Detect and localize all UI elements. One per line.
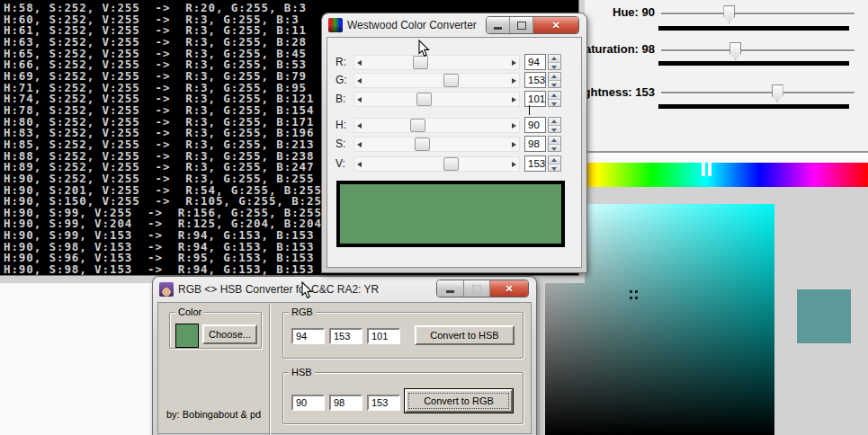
convert-to-rgb-button[interactable]: Convert to RGB [405,389,513,413]
spin-down-icon[interactable] [549,81,560,88]
red-value-field[interactable]: 94 [291,328,325,344]
close-button[interactable]: ✕ [490,280,528,297]
color-groupbox: Color Choose... [169,312,262,349]
spin-up-icon[interactable] [549,92,560,100]
spin-up-icon[interactable] [549,55,560,63]
scroll-right-icon[interactable] [512,162,516,167]
hue-slider-thumb[interactable] [410,119,425,132]
screenshot-stage: Hue: 90 Saturation: 98 Lightness: 153 H:… [0,0,868,435]
blue-slider-thumb[interactable] [416,93,432,106]
lightness-slider-thumb[interactable] [772,84,783,102]
maximize-button[interactable] [510,17,533,33]
rgb-hsb-window-title: RGB <> HSB Converter for C&C RA2: YR [178,283,379,296]
hue-value-field[interactable]: 90 [291,395,325,411]
rgb-hsb-converter-window: RGB <> HSB Converter for C&C RA2: YR ✕ C… [153,277,536,435]
green-value-box[interactable]: 153 [524,72,546,88]
hue-slider-thumb[interactable] [723,5,735,23]
green-value-field[interactable]: 153 [329,328,362,344]
minimize-button[interactable] [437,280,464,297]
mouse-cursor [418,40,431,58]
blue-value-field[interactable]: 101 [367,328,400,344]
hue-position-marker [708,163,711,176]
spin-down-icon[interactable] [549,63,560,70]
panel-divider [538,151,868,163]
saturation-slider-thumb[interactable] [729,42,741,60]
red-spinner [548,54,561,70]
rgb-groupbox: RGB 94 153 101 Convert to HSB [282,312,523,359]
hsb-groupbox: HSB 90 98 153 Convert to RGB [282,372,523,424]
hsl-picker-panel: Hue: 90 Saturation: 98 Lightness: 153 [538,0,868,151]
picked-color-swatch [797,289,851,343]
hue-gradient-bar[interactable] [544,163,868,187]
blue-slider-row: B: 101 [327,91,581,109]
hue-value-box[interactable]: 90 [524,117,546,133]
saturation-slider[interactable] [353,137,520,152]
westwood-client-area: R: 94 G: 153 [327,37,582,268]
choose-color-button[interactable]: Choose... [202,324,257,344]
rgb-gradient-icon [328,18,343,32]
minimize-button[interactable] [487,17,510,33]
scroll-left-icon[interactable] [357,97,362,102]
avatar-icon [159,282,174,297]
text-caret [529,105,530,115]
green-slider-thumb[interactable] [443,74,459,87]
author-credit: by: Bobingabout & pd [166,409,261,420]
scroll-left-icon[interactable] [357,123,362,129]
color-swatch [175,324,199,348]
spin-up-icon[interactable] [549,118,560,126]
close-button[interactable]: ✕ [533,17,578,33]
maximize-button[interactable] [464,280,490,297]
hue-slider[interactable] [353,118,520,133]
spin-down-icon[interactable] [549,100,560,107]
saturation-label: S: [336,138,345,150]
value-slider[interactable] [353,156,520,172]
scroll-right-icon[interactable] [512,78,516,84]
hue-bar-underline [658,26,849,31]
red-value-box[interactable]: 94 [524,54,546,70]
scroll-left-icon[interactable] [357,162,362,167]
blue-spinner [548,91,561,107]
hue-slider[interactable] [661,13,855,15]
blue-value-box[interactable]: 101 [524,91,546,107]
saturation-slider[interactable] [661,49,855,52]
value-value-box[interactable]: 153 [524,155,546,172]
saturation-value-field[interactable]: 98 [329,395,362,411]
scroll-right-icon[interactable] [512,97,516,102]
convert-to-hsb-button[interactable]: Convert to HSB [415,325,515,345]
spin-down-icon[interactable] [549,145,560,152]
scroll-left-icon[interactable] [357,60,362,66]
red-slider-row: R: 94 [327,54,581,72]
blue-slider[interactable] [353,92,520,107]
scroll-left-icon[interactable] [357,142,362,147]
brightness-value-field[interactable]: 153 [367,395,400,411]
scroll-right-icon[interactable] [512,60,516,66]
saturation-bar-underline [658,61,849,66]
spin-down-icon[interactable] [549,164,560,172]
hue-slider-row: H: 90 [327,117,581,135]
saturation-value-box[interactable]: 98 [524,136,546,152]
scroll-right-icon[interactable] [512,142,516,147]
rgb-hsb-client-area: Color Choose... RGB 94 153 101 Convert t… [157,302,532,434]
green-label: G: [336,74,347,86]
window-controls: ✕ [436,280,529,297]
value-slider-row: V: 153 [327,155,581,173]
spin-up-icon[interactable] [549,137,560,145]
scroll-left-icon[interactable] [357,78,362,84]
spin-down-icon[interactable] [549,126,560,133]
scroll-right-icon[interactable] [512,123,516,129]
green-slider-row: G: 153 [327,72,581,90]
color-group-label: Color [175,306,204,317]
lightness-slider[interactable] [661,92,855,94]
value-slider-thumb[interactable] [443,157,459,171]
green-slider[interactable] [353,73,520,88]
sv-selection-marker [630,290,632,293]
green-spinner [548,72,561,88]
westwood-converter-window: Westwood Color Converter ✕ R: 94 [322,13,586,272]
spin-up-icon[interactable] [549,156,560,164]
saturation-slider-thumb[interactable] [415,138,430,151]
color-preview-box [336,181,565,247]
spin-up-icon[interactable] [549,73,560,81]
red-slider[interactable] [353,55,520,70]
red-slider-thumb[interactable] [413,56,428,69]
hue-label: H: [336,119,346,131]
